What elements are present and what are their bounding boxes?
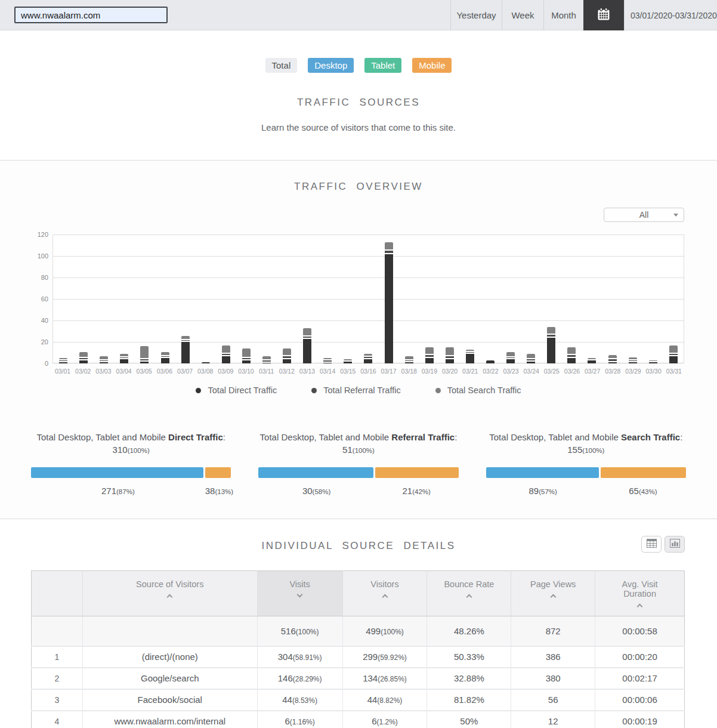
y-axis-tick: 20 [32,338,48,346]
bar-slot [663,235,684,363]
stacked-bar[interactable] [425,347,434,363]
legend-item[interactable]: Total Referral Traffic [311,385,400,395]
bar-segment [303,328,311,335]
bar-segment [59,360,67,362]
stacked-bar[interactable] [466,350,474,363]
bar-slot [561,235,582,363]
table-header-row: Source of VisitorsVisitsVisitorsBounce R… [32,571,685,616]
x-axis-tick: 03/10 [236,363,256,375]
stacked-bar[interactable] [161,352,169,363]
x-axis-tick: 03/22 [480,363,500,375]
stacked-bar[interactable] [588,358,596,363]
week-button[interactable]: Week [502,0,543,30]
stacked-bar[interactable] [629,357,637,363]
stacked-bar[interactable] [506,352,515,364]
filter-tablet-button[interactable]: Tablet [364,58,401,73]
table-row: 3Facebook/social44(8.53%)44(8.82%)81.82%… [32,689,685,711]
x-axis-tick: 03/21 [460,363,480,375]
stacked-bar[interactable] [649,360,657,363]
mobile-bar-segment [375,467,459,478]
table-cell: 2 [32,668,83,689]
legend-dot-icon [196,388,201,393]
stacked-bar[interactable] [567,347,576,363]
x-axis-tick: 03/09 [215,363,236,375]
stacked-bar[interactable] [262,356,271,363]
x-axis-tick: 03/20 [440,363,460,375]
bar-segment [405,360,413,362]
bar-slot [399,235,419,363]
column-header-page-views[interactable]: Page Views [511,571,595,616]
stacked-bar[interactable] [547,327,555,363]
stacked-bar[interactable] [140,346,149,363]
bar-segment [385,254,393,363]
column-header-bounce-rate[interactable]: Bounce Rate [427,571,511,616]
stacked-bar[interactable] [486,360,495,363]
filter-desktop-button[interactable]: Desktop [308,58,354,73]
stacked-bar[interactable] [303,328,311,363]
stacked-bar[interactable] [608,355,617,363]
table-cell: 81.82% [427,689,511,711]
bar-segment [181,336,190,339]
chart-view-button[interactable] [665,536,685,553]
stacked-bar[interactable] [283,348,291,363]
column-header-empty [32,571,83,616]
cell-percent: (8.82%) [377,696,402,705]
traffic-chart: 020406080100120 [52,235,717,363]
calendar-button[interactable] [583,0,624,30]
stacked-bar[interactable] [669,346,678,363]
bar-segment [405,362,413,363]
bar-segment [100,360,108,362]
cell-value: 6 [285,716,289,726]
summary-values: 271(87%) 38(13%) [31,486,231,496]
column-header-visitors[interactable]: Visitors [342,571,427,616]
stacked-bar[interactable] [385,242,393,363]
top-bar: Yesterday Week Month 03/01/2020-03/31/20… [0,0,717,30]
x-axis-tick: 03/01 [52,363,73,375]
stacked-bar[interactable] [364,354,372,363]
column-header-visits[interactable]: Visits [257,571,342,616]
bar-segment [425,347,434,354]
table-view-button[interactable] [641,536,662,553]
stacked-bar[interactable] [446,347,454,363]
search-traffic-summary: Total Desktop, Tablet and Mobile Search … [486,432,686,496]
stacked-bar[interactable] [222,346,230,363]
table-body: 516(100%)499(100%)48.26%87200:00:581(dir… [32,616,685,728]
legend-item[interactable]: Total Direct Traffic [196,385,277,395]
x-axis-tick: 03/23 [500,363,521,375]
x-axis-tick: 03/26 [562,363,582,375]
url-input[interactable] [14,7,168,23]
filter-mobile-button[interactable]: Mobile [412,58,452,73]
stacked-bar[interactable] [79,352,88,363]
column-header-source-of-visitors[interactable]: Source of Visitors [82,571,257,616]
stacked-bar[interactable] [181,336,190,363]
stacked-bar[interactable] [323,358,332,363]
bar-slot [521,235,541,363]
y-axis-tick: 0 [32,360,48,367]
date-range-label[interactable]: 03/01/2020-03/31/2020 [624,0,717,30]
stacked-bar[interactable] [344,359,352,363]
stacked-bar[interactable] [202,362,210,363]
mobile-bar-segment [205,467,231,478]
legend-dot-icon [311,388,317,393]
yesterday-button[interactable]: Yesterday [450,0,502,30]
bar-segment [323,360,332,362]
source-details-table: Source of VisitorsVisitsVisitorsBounce R… [31,570,685,728]
table-cell: 00:00:20 [595,646,685,668]
month-button[interactable]: Month [543,0,583,30]
legend-item[interactable]: Total Search Traffic [435,385,521,395]
table-icon [647,539,657,550]
x-axis-tick: 03/24 [521,363,542,375]
filter-total-button[interactable]: Total [265,58,298,73]
stacked-bar[interactable] [59,358,67,363]
stacked-bar[interactable] [242,348,251,363]
stacked-bar[interactable] [100,356,108,363]
traffic-type-dropdown[interactable]: All [604,208,684,222]
bar-segment [446,347,454,354]
column-header-avg-visit-duration[interactable]: Avg. Visit Duration [595,571,685,616]
legend-label: Total Direct Traffic [208,385,277,395]
table-cell: 00:00:06 [595,689,685,711]
dropdown-value: All [639,210,649,220]
stacked-bar[interactable] [405,356,413,363]
stacked-bar[interactable] [120,354,128,363]
stacked-bar[interactable] [527,354,535,363]
